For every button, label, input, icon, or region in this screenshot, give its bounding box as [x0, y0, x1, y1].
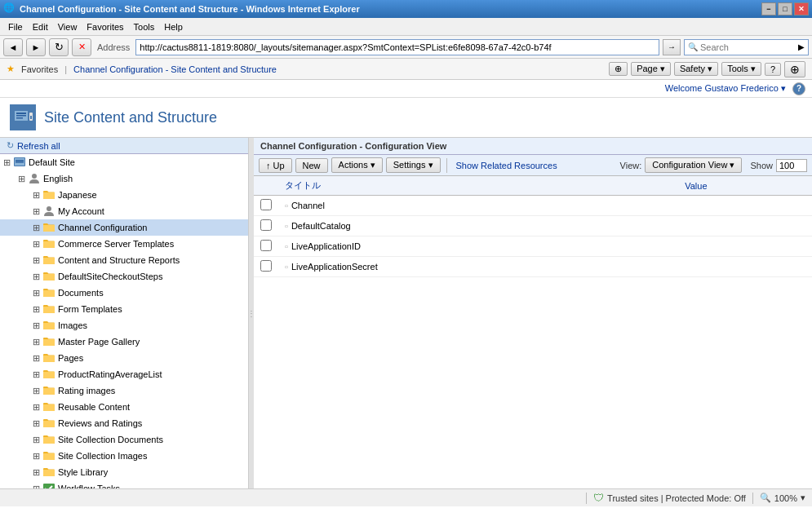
tree-item[interactable]: ⊞Commerce Server Templates [0, 236, 248, 252]
tree-expander-icon[interactable]: ⊞ [29, 369, 42, 380]
tree-expander-icon[interactable]: ⊞ [29, 337, 42, 347]
tree-item[interactable]: ⊞Style Library [0, 464, 248, 480]
address-input[interactable] [135, 39, 659, 55]
tree-item[interactable]: ⊞Site Collection Images [0, 448, 248, 464]
back-button[interactable]: ◄ [3, 38, 23, 56]
search-go-icon[interactable]: ▶ [798, 42, 805, 51]
tree-expander-icon[interactable]: ⊞ [15, 174, 28, 184]
table-row[interactable]: ▫LiveApplicationSecret [254, 257, 812, 277]
col-title[interactable]: タイトル [278, 176, 678, 196]
content-table: タイトル Value ▫Channel▫DefaultCatalog▫LiveA… [254, 176, 812, 277]
menu-edit[interactable]: Edit [28, 20, 53, 33]
tree-item[interactable]: ⊞Reviews and Ratings [0, 415, 248, 431]
maximize-button[interactable]: □ [778, 2, 792, 15]
tree-item[interactable]: ⊞Master Page Gallery [0, 334, 248, 350]
row-title-cell: ▫Channel [278, 196, 678, 216]
tree-item[interactable]: ⊞English [0, 170, 248, 187]
tree-expander-icon[interactable]: ⊞ [29, 435, 42, 445]
help-button[interactable]: ? [765, 63, 781, 76]
actions-button[interactable]: Actions ▾ [331, 157, 383, 173]
tree-item-label: Default Site [29, 157, 248, 167]
tree-item[interactable]: ⊞DefaultSiteCheckoutSteps [0, 268, 248, 285]
menu-view[interactable]: View [53, 20, 82, 33]
security-text: Trusted sites | Protected Mode: Off [607, 493, 746, 503]
search-input[interactable] [700, 42, 798, 52]
tree-item[interactable]: ⊞Site Collection Documents [0, 431, 248, 448]
tree-expander-icon[interactable]: ⊞ [29, 206, 42, 217]
up-button[interactable]: ↑ Up [259, 158, 292, 173]
tree-item[interactable]: ⊞Reusable Content [0, 399, 248, 415]
tree-item[interactable]: ⊞Rating images [0, 382, 248, 399]
tree-expander-icon[interactable]: ⊞ [29, 320, 42, 331]
tree-expander-icon[interactable]: ⊞ [29, 288, 42, 298]
tree-item[interactable]: ⊞Japanese [0, 187, 248, 203]
status-zoom[interactable]: 🔍 100% ▾ [760, 493, 805, 503]
menu-file[interactable]: File [3, 20, 28, 33]
forward-button[interactable]: ► [26, 38, 46, 56]
tree-expander-icon[interactable]: ⊞ [0, 157, 13, 168]
row-value-cell [678, 216, 812, 236]
tree-item-label: Master Page Gallery [58, 337, 248, 347]
menu-help[interactable]: Help [159, 20, 188, 33]
help-icon[interactable]: ? [792, 82, 805, 95]
table-row[interactable]: ▫DefaultCatalog [254, 216, 812, 236]
tree-item[interactable]: ⊞Content and Structure Reports [0, 252, 248, 268]
page-button[interactable]: Page ▾ [631, 62, 671, 76]
tree-expander-icon[interactable]: ⊞ [29, 467, 42, 478]
tree-item[interactable]: ⊞Default Site [0, 154, 248, 170]
tree-expander-icon[interactable]: ⊞ [29, 304, 42, 315]
show-related-label[interactable]: Show Related Resources [456, 161, 557, 170]
svg-rect-13 [43, 484, 55, 488]
row-icon: ▫ [285, 221, 288, 231]
menu-tools[interactable]: Tools [129, 20, 160, 33]
tree-expander-icon[interactable]: ⊞ [29, 255, 42, 266]
tree-expander-icon[interactable]: ⊞ [29, 190, 42, 201]
close-button[interactable]: ✕ [794, 2, 809, 15]
go-button[interactable]: → [663, 39, 681, 55]
left-pane: ↻ Refresh all ⊞Default Site⊞English⊞Japa… [0, 138, 249, 488]
tree-item[interactable]: ⊞My Account [0, 203, 248, 219]
menu-favorites[interactable]: Favorites [82, 20, 128, 33]
tree-item[interactable]: ⊞Pages [0, 350, 248, 366]
stop-button[interactable]: ✕ [72, 38, 91, 56]
research-button[interactable]: ⊕ [784, 61, 805, 77]
tree-item[interactable]: ⊞Documents [0, 285, 248, 301]
refresh-all-button[interactable]: ↻ Refresh all [0, 138, 248, 154]
favorites-item[interactable]: Channel Configuration - Site Content and… [73, 64, 277, 74]
tree-expander-icon[interactable]: ⊞ [29, 386, 42, 396]
row-checkbox[interactable] [260, 260, 272, 272]
tree-expander-icon[interactable]: ⊞ [29, 353, 42, 364]
tree-item[interactable]: ⊞Channel Configuration [0, 219, 248, 236]
tree-expander-icon[interactable]: ⊞ [29, 484, 42, 489]
welcome-text[interactable]: Welcome Gustavo Frederico ▾ [665, 83, 786, 94]
status-security: 🛡 Trusted sites | Protected Mode: Off [593, 492, 746, 504]
tree-item[interactable]: ⊞Workflow Tasks [0, 480, 248, 488]
table-row[interactable]: ▫LiveApplicationID [254, 236, 812, 257]
tree-item[interactable]: ⊞ProductRatingAverageList [0, 366, 248, 382]
new-button[interactable]: New [295, 158, 328, 173]
tree-expander-icon[interactable]: ⊞ [29, 272, 42, 282]
tree-expander-icon[interactable]: ⊞ [29, 402, 42, 413]
tree-item-icon [42, 482, 55, 488]
add-favorites-button[interactable]: ⊕ [609, 62, 628, 76]
tools-button[interactable]: Tools ▾ [721, 62, 761, 76]
row-icon: ▫ [285, 262, 288, 272]
show-count-input[interactable] [776, 159, 807, 172]
minimize-button[interactable]: − [761, 2, 776, 15]
tree-expander-icon[interactable]: ⊞ [29, 239, 42, 250]
view-dropdown-button[interactable]: Configuration View ▾ [645, 157, 742, 173]
table-row[interactable]: ▫Channel [254, 196, 812, 216]
tree-expander-icon[interactable]: ⊞ [29, 451, 42, 462]
refresh-button[interactable]: ↻ [49, 38, 69, 56]
row-checkbox[interactable] [260, 199, 272, 210]
row-checkbox[interactable] [260, 219, 272, 231]
safety-button[interactable]: Safety ▾ [674, 62, 718, 76]
favorites-label[interactable]: Favorites [21, 64, 58, 74]
settings-button[interactable]: Settings ▾ [386, 157, 441, 173]
tree-item[interactable]: ⊞Images [0, 317, 248, 334]
tree-expander-icon[interactable]: ⊞ [29, 418, 42, 429]
tree-expander-icon[interactable]: ⊞ [29, 223, 42, 233]
row-checkbox[interactable] [260, 240, 272, 251]
col-value[interactable]: Value [678, 176, 812, 196]
tree-item[interactable]: ⊞Form Templates [0, 301, 248, 317]
